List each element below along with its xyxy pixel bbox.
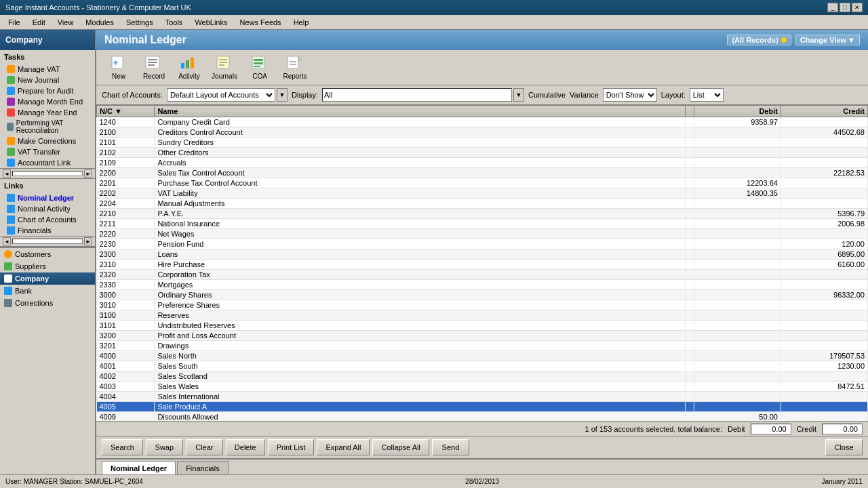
tab-financials[interactable]: Financials bbox=[177, 461, 229, 474]
new-button[interactable]: + New bbox=[102, 53, 136, 82]
nav-manage-month-end[interactable]: Manage Month End bbox=[0, 96, 95, 107]
left-scroll-track2[interactable] bbox=[12, 239, 83, 244]
menu-edit[interactable]: Edit bbox=[27, 17, 51, 28]
menu-newsfeeds[interactable]: News Feeds bbox=[234, 17, 286, 28]
table-row[interactable]: 2220 Net Wages bbox=[97, 229, 868, 239]
journals-button[interactable]: Journals bbox=[208, 53, 241, 82]
menu-view[interactable]: View bbox=[52, 17, 79, 28]
activity-button[interactable]: Activity bbox=[172, 53, 206, 82]
table-row[interactable]: 2211 National Insurance 2006.98 bbox=[97, 219, 868, 229]
cell-sep bbox=[686, 392, 694, 402]
table-row[interactable]: 2109 Accruals bbox=[97, 158, 868, 168]
print-list-button[interactable]: Print List bbox=[268, 439, 315, 455]
link-chart-of-accounts[interactable]: Chart of Accounts bbox=[0, 214, 95, 225]
menu-tools[interactable]: Tools bbox=[160, 17, 189, 28]
table-row[interactable]: 2310 Hire Purchase 6160.00 bbox=[97, 260, 868, 270]
display-input[interactable] bbox=[322, 88, 512, 102]
left-scroll-right-arrow[interactable]: ► bbox=[84, 169, 92, 178]
left-scroll-left-arrow2[interactable]: ◄ bbox=[3, 237, 11, 245]
table-row[interactable]: 3010 Preference Shares bbox=[97, 300, 868, 310]
table-row[interactable]: 2202 VAT Liability 14800.35 bbox=[97, 188, 868, 199]
left-scrollbar-top[interactable]: ◄ ► bbox=[0, 168, 95, 179]
table-row[interactable]: 2200 Sales Tax Control Account 22182.53 bbox=[97, 168, 868, 178]
minimize-button[interactable]: _ bbox=[827, 3, 838, 12]
table-row[interactable]: 3101 Undistributed Reserves bbox=[97, 321, 868, 331]
nav-suppliers[interactable]: Suppliers bbox=[0, 260, 95, 272]
link-nominal-activity[interactable]: Nominal Activity bbox=[0, 203, 95, 214]
table-row[interactable]: 3100 Reserves bbox=[97, 310, 868, 321]
nav-make-corrections[interactable]: Make Corrections bbox=[0, 136, 95, 146]
table-row[interactable]: 4004 Sales International bbox=[97, 392, 868, 402]
collapse-all-button[interactable]: Collapse All bbox=[372, 439, 429, 455]
col-header-debit[interactable]: Debit bbox=[694, 106, 781, 117]
nav-new-journal[interactable]: New Journal bbox=[0, 75, 95, 85]
menu-weblinks[interactable]: WebLinks bbox=[189, 17, 233, 28]
nav-manage-year-end[interactable]: Manage Year End bbox=[0, 107, 95, 118]
left-scroll-right-arrow2[interactable]: ► bbox=[84, 237, 92, 245]
link-nominal-ledger[interactable]: Nominal Ledger bbox=[0, 192, 95, 203]
menu-modules[interactable]: Modules bbox=[80, 17, 119, 28]
table-row[interactable]: 2204 Manual Adjustments bbox=[97, 199, 868, 209]
tab-nominal-ledger[interactable]: Nominal Ledger bbox=[102, 461, 176, 474]
close-button[interactable]: ✕ bbox=[852, 3, 863, 12]
table-row[interactable]: 2300 Loans 6895.00 bbox=[97, 249, 868, 260]
table-row[interactable]: 4002 Sales Scotland bbox=[97, 371, 868, 382]
nav-bank[interactable]: Bank bbox=[0, 285, 95, 297]
link-financials[interactable]: Financials bbox=[0, 225, 95, 236]
left-scroll-track[interactable] bbox=[12, 171, 83, 176]
table-container[interactable]: N/C ▼ Name Debit Credit 1240 Company Cre… bbox=[96, 105, 868, 421]
layout-select[interactable]: List bbox=[690, 88, 724, 102]
table-row[interactable]: 1240 Company Credit Card 9358.97 bbox=[97, 117, 868, 127]
menu-file[interactable]: File bbox=[3, 17, 26, 28]
nav-prepare-audit[interactable]: Prepare for Audit bbox=[0, 85, 95, 96]
table-row[interactable]: 3200 Profit and Loss Account bbox=[97, 331, 868, 341]
table-row[interactable]: 2230 Pension Fund 120.00 bbox=[97, 239, 868, 249]
swap-button[interactable]: Swap bbox=[146, 439, 183, 455]
display-dropdown-btn[interactable]: ▼ bbox=[513, 88, 524, 102]
table-row[interactable]: 2330 Mortgages bbox=[97, 280, 868, 290]
table-row[interactable]: 4009 Discounts Allowed 50.00 bbox=[97, 412, 868, 422]
menu-settings[interactable]: Settings bbox=[121, 17, 159, 28]
nav-manage-vat[interactable]: Manage VAT bbox=[0, 64, 95, 75]
nav-corrections[interactable]: Corrections bbox=[0, 297, 95, 309]
chart-of-accounts-select[interactable]: Default Layout of Accounts bbox=[167, 88, 275, 102]
cell-debit bbox=[694, 402, 781, 412]
nav-vat-reconciliation[interactable]: Performing VAT Reconciliation bbox=[0, 118, 95, 136]
record-button[interactable]: Record bbox=[137, 53, 171, 82]
col-header-name[interactable]: Name bbox=[155, 106, 686, 117]
table-row[interactable]: 3201 Drawings bbox=[97, 341, 868, 351]
variance-select[interactable]: Don't Show bbox=[603, 88, 657, 102]
menu-help[interactable]: Help bbox=[288, 17, 315, 28]
table-row[interactable]: 4003 Sales Wales 8472.51 bbox=[97, 382, 868, 392]
search-button[interactable]: Search bbox=[102, 439, 143, 455]
left-scrollbar-bottom[interactable]: ◄ ► bbox=[0, 236, 95, 247]
nav-company[interactable]: Company bbox=[0, 272, 95, 285]
chart-of-accounts-dropdown-btn[interactable]: ▼ bbox=[277, 88, 288, 102]
coa-button[interactable]: COA bbox=[243, 53, 277, 82]
maximize-button[interactable]: □ bbox=[840, 3, 850, 12]
col-header-nc[interactable]: N/C ▼ bbox=[97, 106, 155, 117]
left-scroll-left-arrow[interactable]: ◄ bbox=[3, 169, 11, 178]
table-row[interactable]: 2101 Sundry Creditors bbox=[97, 138, 868, 148]
table-row[interactable]: 4001 Sales South 1230.00 bbox=[97, 361, 868, 371]
nav-customers[interactable]: Customers bbox=[0, 248, 95, 260]
table-row[interactable]: 4000 Sales North 179507.53 bbox=[97, 351, 868, 361]
table-row[interactable]: 3000 Ordinary Shares 96332.00 bbox=[97, 290, 868, 300]
table-row[interactable]: 2102 Other Creditors bbox=[97, 148, 868, 158]
nav-accountant-link[interactable]: Accountant Link bbox=[0, 157, 95, 168]
change-view-button[interactable]: Change View ▼ bbox=[795, 35, 860, 45]
clear-button[interactable]: Clear bbox=[186, 439, 223, 455]
close-button[interactable]: Close bbox=[825, 439, 863, 455]
table-row[interactable]: 2100 Creditors Control Account 44502.68 bbox=[97, 127, 868, 138]
col-header-credit[interactable]: Credit bbox=[781, 106, 867, 117]
nav-vat-transfer[interactable]: VAT Transfer bbox=[0, 146, 95, 157]
delete-button[interactable]: Delete bbox=[226, 439, 265, 455]
expand-all-button[interactable]: Expand All bbox=[317, 439, 370, 455]
table-row[interactable]: 2210 P.A.Y.E. 5396.79 bbox=[97, 209, 868, 219]
table-row[interactable]: 4005 Sale Product A bbox=[97, 402, 868, 412]
table-row[interactable]: 2201 Purchase Tax Control Account 12203.… bbox=[97, 178, 868, 188]
send-button[interactable]: Send bbox=[432, 439, 469, 455]
col-header-sep bbox=[686, 106, 694, 117]
reports-button[interactable]: Reports bbox=[278, 53, 312, 82]
table-row[interactable]: 2320 Corporation Tax bbox=[97, 270, 868, 280]
